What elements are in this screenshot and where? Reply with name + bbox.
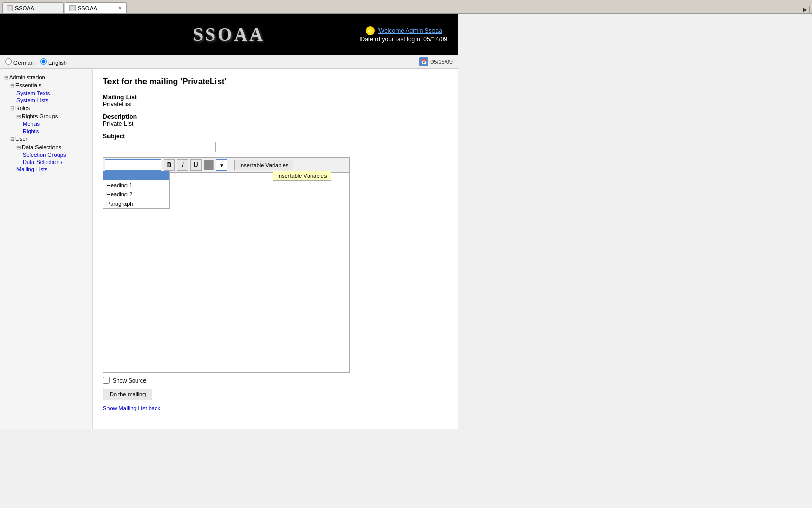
english-label: English — [48, 60, 67, 66]
tab-scroll-btn[interactable]: ▶ — [801, 6, 810, 13]
main-layout: ⊟ Administration ⊟ Essentials System Tex… — [0, 69, 458, 429]
tab-1[interactable]: SSOAA — [2, 2, 64, 13]
tab-2-label: SSOAA — [78, 5, 97, 11]
back-link[interactable]: back — [149, 405, 160, 411]
sidebar-rights[interactable]: Rights — [0, 128, 92, 135]
tab-1-label: SSOAA — [15, 5, 34, 11]
tab-1-icon — [7, 5, 13, 11]
user-toggle: ⊟ — [10, 136, 14, 142]
tab-2[interactable]: SSOAA ✕ — [65, 2, 127, 13]
color-picker[interactable] — [204, 160, 214, 170]
tab-2-icon — [69, 5, 76, 11]
format-dropdown: Heading 1 Heading 2 Paragraph — [103, 171, 170, 209]
show-source-checkbox[interactable] — [103, 377, 110, 384]
do-mailing-button[interactable]: Do the mailing — [103, 389, 152, 400]
essentials-toggle: ⊟ — [10, 83, 14, 88]
sidebar-user[interactable]: ⊟ User — [0, 135, 92, 143]
content-area: Text for the mailing 'PrivateList' Maili… — [93, 69, 458, 429]
locale-date: 📅 05/15/09 — [419, 57, 453, 66]
header-banner: SSOAA ☺ Welcome Admin Ssoaa Date of your… — [0, 14, 458, 55]
bold-button[interactable]: B — [164, 159, 175, 171]
format-select-wrapper: Heading 1 Heading 2 Paragraph — [105, 159, 161, 171]
dropdown-blank[interactable] — [103, 171, 169, 180]
insertable-vars-tooltip-text: Insertable Variables — [277, 173, 327, 179]
welcome-link[interactable]: Welcome Admin Ssoaa — [378, 27, 442, 34]
dropdown-paragraph[interactable]: Paragraph — [103, 199, 169, 208]
subject-label: Subject — [103, 133, 447, 140]
dropdown-heading1[interactable]: Heading 1 — [103, 180, 169, 190]
browser-chrome: SSOAA SSOAA ✕ ▶ — [0, 0, 812, 14]
sidebar-administration[interactable]: ⊟ Administration — [0, 73, 92, 81]
rights-groups-toggle: ⊟ — [16, 114, 21, 119]
last-login-date: 05/14/09 — [423, 35, 447, 43]
calendar-icon: 📅 — [419, 57, 428, 66]
mailing-list-value: PrivateList — [103, 101, 447, 108]
dropdown-heading2[interactable]: Heading 2 — [103, 190, 169, 199]
description-value: Private List — [103, 120, 447, 128]
page-wrapper: SSOAA ☺ Welcome Admin Ssoaa Date of your… — [0, 14, 458, 429]
admin-toggle: ⊟ — [4, 75, 8, 80]
administration-label: Administration — [9, 74, 45, 80]
locale-bar: German English 📅 05/15/09 — [0, 55, 458, 69]
data-selections-label: Data Selections — [22, 144, 61, 150]
sidebar-system-texts[interactable]: System Texts — [0, 89, 92, 97]
links-row: Show Mailing List back — [103, 405, 447, 411]
roles-toggle: ⊟ — [10, 105, 14, 111]
smiley-icon: ☺ — [366, 26, 375, 35]
subject-group: Subject — [103, 133, 447, 152]
mailing-list-label: Mailing List — [103, 94, 447, 101]
rights-groups-label: Rights Groups — [22, 113, 58, 119]
english-radio[interactable] — [40, 58, 47, 65]
german-radio[interactable] — [5, 58, 12, 65]
format-select[interactable]: Heading 1 Heading 2 Paragraph — [105, 159, 161, 171]
action-buttons: Do the mailing — [103, 389, 447, 400]
german-label: German — [13, 60, 34, 66]
locale-options: German English — [5, 58, 67, 66]
header-user: ☺ Welcome Admin Ssoaa Date of your last … — [360, 26, 447, 43]
sidebar-data-selections-sub[interactable]: Data Selections — [0, 158, 92, 166]
show-mailing-list-link[interactable]: Show Mailing List — [103, 405, 147, 411]
description-label: Description — [103, 113, 447, 120]
sidebar-rights-groups[interactable]: ⊟ Rights Groups — [0, 112, 92, 120]
data-selections-toggle: ⊟ — [16, 144, 21, 150]
roles-label: Roles — [15, 105, 30, 111]
show-source-label: Show Source — [113, 377, 146, 384]
subject-input[interactable] — [103, 142, 216, 152]
tab-bar: SSOAA SSOAA ✕ ▶ — [0, 0, 812, 13]
editor-container: Heading 1 Heading 2 Paragraph B I U — [103, 157, 447, 373]
show-source-row: Show Source — [103, 377, 447, 384]
german-option[interactable]: German — [5, 58, 34, 66]
sidebar: ⊟ Administration ⊟ Essentials System Tex… — [0, 69, 93, 429]
italic-button[interactable]: I — [177, 159, 188, 171]
sidebar-roles[interactable]: ⊟ Roles — [0, 104, 92, 112]
sidebar-essentials[interactable]: ⊟ Essentials — [0, 81, 92, 89]
sidebar-selection-groups[interactable]: Selection Groups — [0, 151, 92, 158]
last-login-label: Date of your last login: — [360, 35, 422, 43]
header-logo: SSOAA — [193, 24, 265, 45]
sidebar-menus[interactable]: Menus — [0, 120, 92, 128]
color-dropdown-btn[interactable]: ▼ — [216, 159, 227, 171]
editor-toolbar: Heading 1 Heading 2 Paragraph B I U — [103, 157, 350, 172]
tab-2-close[interactable]: ✕ — [118, 5, 122, 11]
sidebar-system-lists[interactable]: System Lists — [0, 97, 92, 104]
insertable-vars-button[interactable]: Insertable Variables — [234, 160, 293, 170]
sidebar-data-selections-parent[interactable]: ⊟ Data Selections — [0, 143, 92, 151]
description-group: Description Private List — [103, 113, 447, 128]
user-label: User — [15, 136, 27, 142]
current-date: 05/15/09 — [430, 59, 453, 65]
sidebar-mailing-lists[interactable]: Mailing Lists — [0, 166, 92, 173]
underline-button[interactable]: U — [190, 159, 202, 171]
english-option[interactable]: English — [40, 58, 67, 66]
mailing-list-group: Mailing List PrivateList — [103, 94, 447, 108]
insertable-vars-tooltip: Insertable Variables — [273, 171, 331, 181]
page-title: Text for the mailing 'PrivateList' — [103, 77, 447, 86]
essentials-label: Essentials — [15, 82, 41, 88]
